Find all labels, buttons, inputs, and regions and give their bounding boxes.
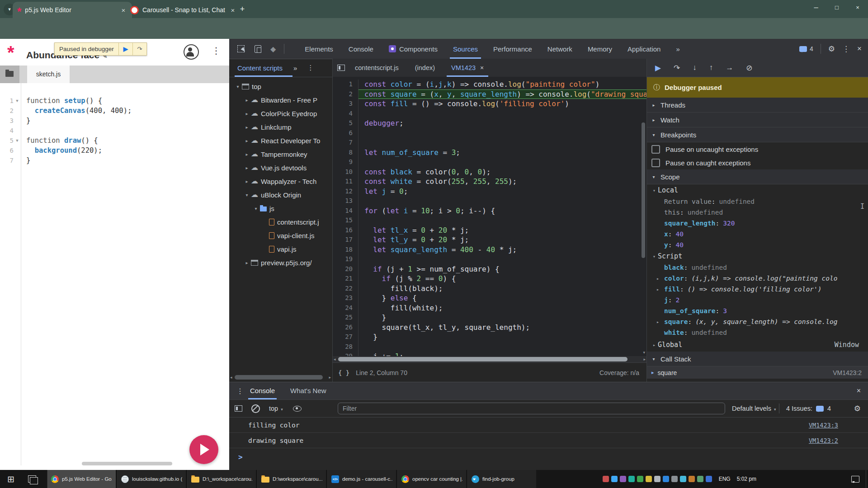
- console-prompt[interactable]: >: [238, 453, 868, 461]
- tree-item[interactable]: ▸☁Bitwarden - Free P: [229, 93, 332, 107]
- tree-item[interactable]: ▸☁Tampermonkey: [229, 147, 332, 161]
- editor-hscrollbar[interactable]: ◂▸: [333, 356, 646, 362]
- scope-global-row[interactable]: ▸ Global Window: [647, 338, 868, 352]
- line-number[interactable]: 1: [333, 80, 359, 89]
- devtools-tab-components[interactable]: Components: [381, 39, 445, 59]
- line-number[interactable]: 23: [333, 293, 359, 303]
- line-number[interactable]: 26: [333, 323, 359, 333]
- console-sidebar-icon[interactable]: [235, 405, 242, 412]
- line-number[interactable]: 8: [333, 148, 359, 158]
- taskbar-app[interactable]: louisckslaw.github.io (...: [117, 470, 186, 488]
- inspect-element-icon[interactable]: [237, 45, 245, 52]
- navigator-menu-icon[interactable]: ⋮: [307, 64, 314, 72]
- action-center-icon[interactable]: [851, 476, 859, 483]
- step-icon[interactable]: →: [726, 63, 733, 72]
- tray-icon[interactable]: [637, 476, 643, 482]
- section-call-stack[interactable]: ▾Call Stack: [647, 352, 868, 366]
- clear-console-icon[interactable]: [251, 404, 260, 413]
- editor-tab-index[interactable]: (index): [409, 59, 441, 77]
- p5-logo[interactable]: *: [7, 42, 14, 63]
- tray-icon[interactable]: [680, 476, 686, 482]
- console-resize-handle[interactable]: [82, 462, 172, 465]
- source-link[interactable]: VM1423:2: [809, 437, 838, 444]
- drawer-tab-console[interactable]: Console: [250, 382, 275, 399]
- tray-icon[interactable]: [706, 476, 712, 482]
- p5-menu-icon[interactable]: ⋮: [212, 45, 221, 56]
- line-number[interactable]: 2: [0, 106, 14, 116]
- editor-vscrollbar[interactable]: [641, 80, 646, 351]
- drawer-tab-whats-new[interactable]: What's New: [290, 382, 326, 399]
- line-number[interactable]: 22: [333, 284, 359, 294]
- tree-item[interactable]: ▸☁Vue.js devtools: [229, 161, 332, 174]
- devtools-tab-application[interactable]: Application: [620, 39, 668, 59]
- scope-section-script[interactable]: ▾Script: [647, 250, 868, 262]
- editor-tab-contentscriptjs[interactable]: contentscript.js: [349, 59, 405, 77]
- tray-icon[interactable]: [603, 476, 609, 482]
- line-number[interactable]: 15: [333, 216, 359, 225]
- line-number[interactable]: 2: [333, 89, 359, 99]
- line-number[interactable]: 13: [333, 196, 359, 206]
- log-levels-dropdown[interactable]: Default levels▾: [732, 405, 776, 412]
- tab-close-icon[interactable]: ×: [229, 6, 237, 14]
- tree-item[interactable]: ▸☁Linkclump: [229, 120, 332, 134]
- line-number[interactable]: 9: [333, 157, 359, 167]
- tab-content-scripts[interactable]: Content scripts: [237, 64, 283, 72]
- taskbar-app[interactable]: D:\_workspace\carou...: [187, 470, 256, 488]
- line-number[interactable]: 25: [333, 313, 359, 323]
- tray-icon[interactable]: [628, 476, 635, 482]
- scope-row[interactable]: num_of_square:3: [647, 305, 868, 316]
- file-tab-sketch[interactable]: sketch.js: [27, 66, 70, 83]
- new-tab-button[interactable]: +: [237, 4, 248, 15]
- browser-tab[interactable]: Carousell - Snap to List, Chat t ×: [126, 2, 241, 18]
- tree-item[interactable]: ▸☁Wappalyzer - Tech: [229, 174, 332, 188]
- call-stack-frame[interactable]: ▸ square VM1423:2: [647, 366, 868, 379]
- more-panels-icon[interactable]: »: [668, 39, 687, 59]
- task-view-icon[interactable]: [28, 475, 36, 483]
- console-filter-input[interactable]: Filter: [338, 403, 725, 414]
- line-number[interactable]: 12: [333, 187, 359, 197]
- start-button[interactable]: ⊞: [0, 474, 22, 484]
- tray-icon[interactable]: [671, 476, 678, 482]
- console-settings-icon[interactable]: ⚙: [854, 404, 861, 413]
- checkbox[interactable]: [651, 145, 660, 154]
- language-indicator[interactable]: ENG: [719, 476, 731, 482]
- p5-code-editor[interactable]: 1▼function setup() {2 createCanvas(400, …: [0, 96, 229, 165]
- scope-section-local[interactable]: ▾Local: [647, 184, 868, 196]
- tree-item[interactable]: contentscript.j: [229, 215, 332, 229]
- devtools-tab-elements[interactable]: Elements: [297, 39, 341, 59]
- drawer-close-icon[interactable]: ×: [857, 387, 861, 395]
- tab-close-icon[interactable]: ×: [480, 64, 484, 71]
- step-over-icon[interactable]: ↷: [674, 63, 680, 73]
- scope-row[interactable]: x:40: [647, 229, 868, 239]
- drawer-menu-icon[interactable]: ⋮: [236, 387, 244, 395]
- tray-icon[interactable]: [663, 476, 669, 482]
- step-out-icon[interactable]: ↑: [709, 63, 713, 72]
- tray-icon[interactable]: [646, 476, 652, 482]
- step-into-icon[interactable]: ↓: [693, 63, 697, 72]
- extension-cube-icon[interactable]: ◆: [270, 45, 276, 53]
- line-number[interactable]: 18: [333, 245, 359, 255]
- browser-tab-active[interactable]: * p5.js Web Editor ×: [13, 2, 132, 18]
- fold-arrow[interactable]: ▼: [14, 136, 21, 145]
- scroll-down-arrow[interactable]: ▾: [643, 350, 645, 355]
- window-close-button[interactable]: ×: [847, 0, 868, 16]
- line-number[interactable]: 3: [0, 116, 14, 126]
- devtools-tab-network[interactable]: Network: [540, 39, 580, 59]
- devtools-close-icon[interactable]: ×: [857, 44, 862, 53]
- source-code-view[interactable]: 1const color = (i,j,k) => console.log("p…: [333, 77, 646, 356]
- line-number[interactable]: 4: [0, 126, 14, 136]
- resume-script-icon[interactable]: ▶: [118, 43, 132, 55]
- issues-status[interactable]: 4 Issues: 4: [786, 405, 831, 412]
- fold-arrow[interactable]: ▼: [14, 96, 21, 106]
- tray-icon[interactable]: [620, 476, 626, 482]
- tree-item[interactable]: vapi.js: [229, 242, 332, 256]
- hide-navigator-icon[interactable]: [337, 65, 345, 71]
- section-breakpoints[interactable]: ▾Breakpoints: [647, 127, 868, 142]
- line-number[interactable]: 14: [333, 206, 359, 216]
- tray-icon[interactable]: [611, 476, 618, 482]
- line-number[interactable]: 24: [333, 303, 359, 313]
- devtools-menu-icon[interactable]: ⋮: [842, 44, 850, 54]
- taskbar-app[interactable]: opencv car counting |...: [397, 470, 466, 488]
- line-number[interactable]: 5: [333, 118, 359, 128]
- line-number[interactable]: 6: [0, 145, 14, 155]
